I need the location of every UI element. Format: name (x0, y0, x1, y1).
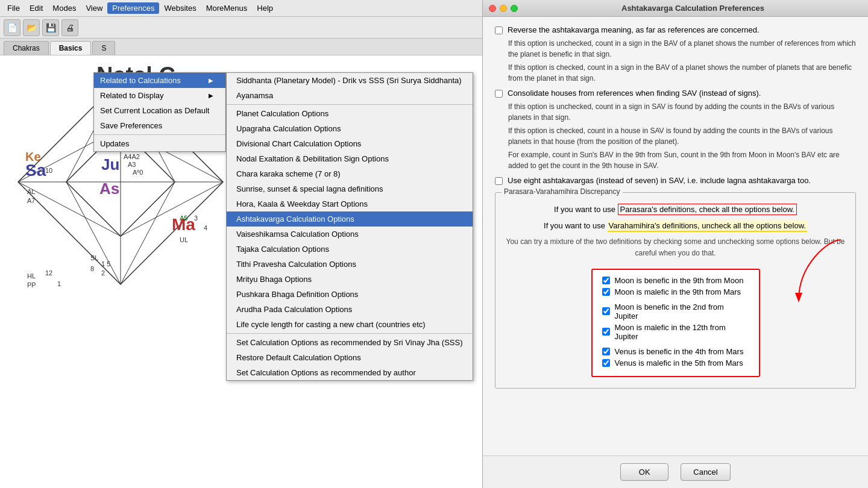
parasara-line3: You can try a mixture of the two definit… (504, 236, 847, 259)
checkbox-consolidate-label: Consolidate houses from references when … (508, 89, 761, 98)
inner-cb-row-4: Moon is malefic in the 12th from Jupiter (602, 323, 749, 341)
svg-text:AL: AL (27, 188, 35, 195)
menu-planet-calc[interactable]: Planet Calculation Options (227, 106, 473, 121)
menu-sunrise[interactable]: Sunrise, sunset & special lagna definiti… (227, 181, 473, 196)
svg-text:8: 8 (90, 265, 94, 272)
svg-line-7 (121, 182, 175, 284)
inner-checkbox-box: Moon is benefic in the 9th from Moon Moo… (591, 269, 760, 377)
menu-arudha[interactable]: Arudha Pada Calculation Options (227, 302, 473, 317)
menu-file[interactable]: File (2, 2, 25, 14)
svg-text:12: 12 (45, 269, 52, 277)
app-window: File Edit Modes View Preferences Website… (0, 0, 482, 488)
svg-text:4: 4 (204, 224, 207, 231)
maximize-button[interactable] (511, 5, 518, 12)
menu-lifecycle[interactable]: Life cycle length for casting a new char… (227, 317, 473, 332)
checkbox-row-1: Reverse the ashtakavarga meaning, as far… (495, 25, 856, 34)
menu-set-location[interactable]: Set Current Location as Default (94, 103, 225, 118)
toolbar-save[interactable]: 💾 (42, 19, 59, 36)
cb-venus-5th-mars[interactable] (602, 359, 610, 367)
cb-venus-4th-mars[interactable] (602, 348, 610, 355)
checkbox-1-desc2: If this option is checked, count in a si… (508, 62, 856, 84)
submenu-arrow: ▶ (209, 77, 213, 84)
checkbox-eight-label: Use eight ashtakavargas (instead of seve… (508, 176, 811, 185)
svg-text:Ju: Ju (101, 155, 119, 174)
chart-area: Natal C Ra S Ke Sa AL (0, 55, 482, 488)
parasara-highlight1: Parasara's definitions, check all the op… (618, 204, 797, 215)
menu-mrityu[interactable]: Mrityu Bhaga Options (227, 272, 473, 287)
submenu-arrow-display: ▶ (209, 92, 213, 99)
minimize-button[interactable] (500, 5, 507, 12)
menu-divisional[interactable]: Divisional Chart Calculation Options (227, 136, 473, 151)
menu-ayanamsa[interactable]: Ayanamsa (227, 88, 473, 103)
tab-s[interactable]: S (92, 41, 115, 55)
svg-text:HL: HL (27, 272, 36, 280)
checkbox-1-desc1: If this option is unchecked, count in a … (508, 38, 856, 60)
checkbox-2-desc2: If this option is checked, count in a ho… (508, 125, 856, 147)
menu-save-prefs[interactable]: Save Preferences (94, 118, 225, 133)
close-button[interactable] (489, 5, 496, 12)
dialog-window: Ashtakavarga Calculation Preferences Rev… (482, 0, 868, 488)
cb-moon-12th-jupiter[interactable] (602, 328, 610, 336)
menu-upagraha[interactable]: Upagraha Calculation Options (227, 121, 473, 136)
dropdown-container: Related to Calculations ▶ Related to Dis… (93, 72, 226, 152)
menu-updates[interactable]: Updates (94, 136, 225, 151)
toolbar-new[interactable]: 📄 (4, 19, 20, 36)
cb-moon-2nd-jupiter[interactable] (602, 307, 610, 315)
checkbox-reverse[interactable] (495, 27, 503, 34)
svg-text:A⁶0: A⁶0 (133, 169, 143, 176)
parasara-line2: If you want to use Varahamihira's defini… (504, 220, 847, 233)
menu-chara[interactable]: Chara karaka scheme (7 or 8) (227, 166, 473, 181)
svg-text:UL: UL (180, 236, 188, 243)
menu-websites[interactable]: Websites (159, 2, 201, 14)
menu-nodal[interactable]: Nodal Exaltation & Debilitation Sign Opt… (227, 151, 473, 166)
menu-vinay[interactable]: Set Calculation Options as recommended b… (227, 335, 473, 350)
checkbox-row-3: Use eight ashtakavargas (instead of seve… (495, 176, 856, 185)
svg-text:A7: A7 (27, 197, 35, 204)
cb-moon-9th-mars[interactable] (602, 288, 610, 296)
checkbox-consolidate[interactable] (495, 90, 503, 98)
menu-author[interactable]: Set Calculation Options as recommended b… (227, 365, 473, 380)
svg-text:PP: PP (27, 281, 36, 289)
svg-text:10: 10 (45, 167, 52, 174)
cb-moon-9th-moon[interactable] (602, 277, 610, 284)
traffic-lights (489, 5, 518, 12)
menu-view[interactable]: View (81, 2, 107, 14)
svg-text:A4A2: A4A2 (124, 153, 140, 160)
menu-related-display[interactable]: Related to Display ▶ (94, 88, 225, 103)
toolbar: 📄 📂 💾 🖨 (0, 17, 482, 39)
menu-vaiseshikamsa[interactable]: Vaiseshikamsa Calculation Options (227, 227, 473, 242)
toolbar-open[interactable]: 📂 (23, 19, 40, 36)
tab-chakras[interactable]: Chakras (4, 41, 49, 55)
menu-modes[interactable]: Modes (48, 2, 81, 14)
menu-restore[interactable]: Restore Default Calculation Options (227, 350, 473, 365)
menu-moremenus[interactable]: MoreMenus (201, 2, 253, 14)
parasara-line1: If you want to use Parasara's definition… (504, 204, 847, 216)
svg-text:SL: SL (90, 254, 98, 261)
ok-button[interactable]: OK (620, 463, 668, 481)
toolbar-print[interactable]: 🖨 (61, 19, 78, 36)
menu-help[interactable]: Help (252, 2, 278, 14)
checkbox-2-desc1: If this option is unchecked, count in a … (508, 101, 856, 123)
checkbox-eight[interactable] (495, 177, 503, 185)
cancel-button[interactable]: Cancel (681, 463, 730, 481)
tab-basics[interactable]: Basics (50, 41, 92, 55)
menu-tithi[interactable]: Tithi Pravesha Calculation Options (227, 257, 473, 272)
parasara-highlight2: Varahamihira's definitions, uncheck all … (608, 221, 807, 232)
menu-tajaka[interactable]: Tajaka Calculation Options (227, 242, 473, 257)
menubar: File Edit Modes View Preferences Website… (0, 0, 482, 17)
svg-text:3: 3 (194, 214, 198, 222)
menu-related-calculations[interactable]: Related to Calculations ▶ (94, 73, 225, 88)
dialog-content: Reverse the ashtakavarga meaning, as far… (483, 17, 868, 455)
menu-edit[interactable]: Edit (25, 2, 48, 14)
dialog-title: Ashtakavarga Calculation Preferences (524, 4, 862, 13)
menu-hora[interactable]: Hora, Kaala & Weekday Start Options (227, 196, 473, 211)
inner-cb-row-1: Moon is benefic in the 9th from Moon (602, 276, 749, 285)
svg-text:A5: A5 (180, 214, 187, 222)
menu-ashtakavarga[interactable]: Ashtakavarga Calculation Options (227, 211, 473, 227)
menu-preferences[interactable]: Preferences (107, 2, 159, 14)
svg-text:Sa: Sa (25, 161, 46, 180)
inner-cb-row-3: Moon is benefic in the 2nd from Jupiter (602, 302, 749, 321)
menu-pushkara[interactable]: Pushkara Bhaga Definition Options (227, 287, 473, 302)
menu-level2: Siddhanta (Planetary Model) - Drik vs SS… (226, 72, 473, 381)
menu-siddhanta[interactable]: Siddhanta (Planetary Model) - Drik vs SS… (227, 73, 473, 88)
